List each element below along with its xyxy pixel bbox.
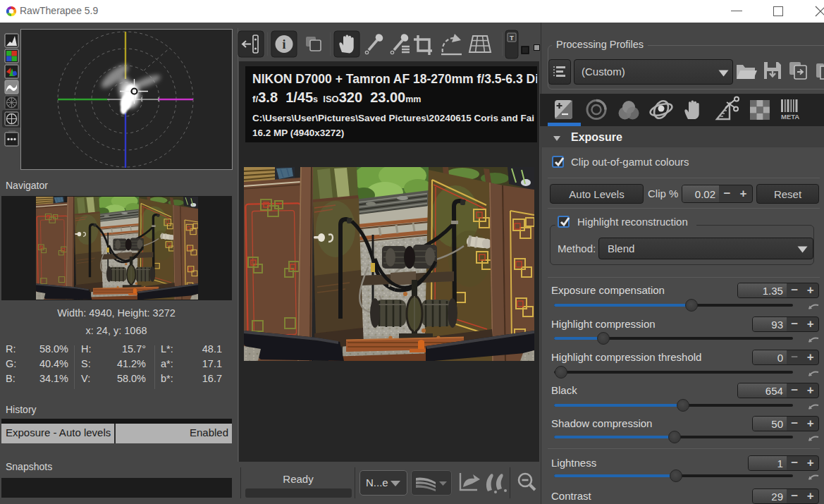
svg-text:META: META xyxy=(781,113,799,121)
svg-text:i: i xyxy=(282,37,285,51)
svg-text:T: T xyxy=(510,34,514,42)
